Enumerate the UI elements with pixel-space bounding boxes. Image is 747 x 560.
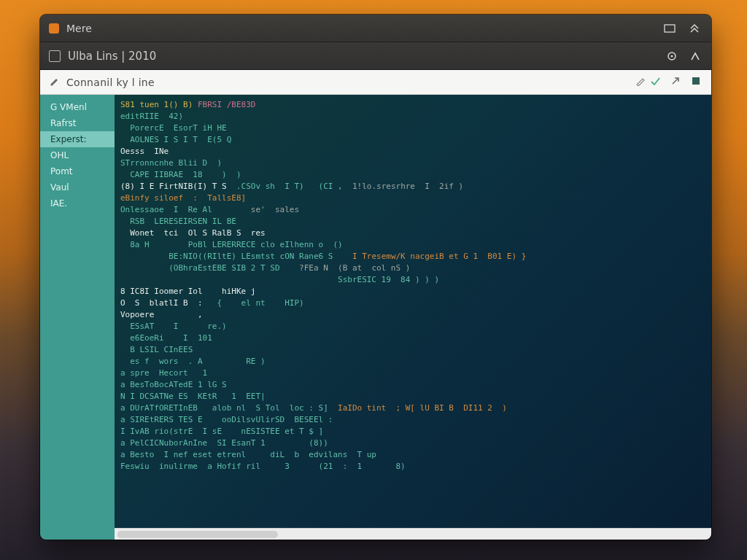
content-split: G VMenlRafrstExperst:OHLPomtVaulIAE. S81… xyxy=(40,95,711,540)
code-line: N I DCSATNe ES KEtR 1 EET| xyxy=(120,391,705,402)
square-icon[interactable] xyxy=(689,76,703,88)
code-line: 8 IC8I Ioomer Iol hiHKe j xyxy=(120,286,705,298)
code-line: (8) I E FirtNIB(I) T S .CSOv sh I T) (CI… xyxy=(120,181,705,192)
code-line: STrronncnhe Blii D ) xyxy=(120,158,705,169)
code-line: eBinfy siloef : TallsE8] xyxy=(120,192,705,204)
subheader: Ulba Lins | 2010 xyxy=(40,42,711,70)
code-line: 8a H PoBl LERERRECE clo eIlhenn o () xyxy=(120,239,705,251)
edit-icon[interactable] xyxy=(632,76,649,88)
code-line: SsbrESIC 19 84 ) ) ) xyxy=(120,274,705,286)
code-line: (OBhraEstEBE SIB 2 T SD ?FEa N (B at col… xyxy=(120,262,705,274)
window-title: Mere xyxy=(66,23,92,34)
code-line: a PelCICNuborAnIne SI EsanT 1 (8)) xyxy=(120,438,705,449)
code-line: BE:NIO((RIltE) LEsmtst cON Rane6 S I Tre… xyxy=(120,251,705,262)
sidebar-item[interactable]: Pomt xyxy=(40,163,115,179)
code-line: a BesToBocATedE 1 lG S xyxy=(120,379,705,391)
code-line: AOLNES I S I T E(5 Q xyxy=(120,134,705,146)
code-line: Oesss INe xyxy=(120,146,705,158)
code-line: B LSIL CInEES xyxy=(120,344,705,356)
refresh-icon[interactable] xyxy=(665,49,679,63)
window-minimize-icon[interactable] xyxy=(662,23,678,34)
command-bar xyxy=(40,70,711,95)
code-line: a SIREtRERS TES E ooDilsvUlirSD BESEEl : xyxy=(120,414,705,426)
code-line: Onlessaoe I Re Al se' sales xyxy=(120,204,705,216)
window-maximize-icon[interactable] xyxy=(686,23,703,34)
code-line: a Besto I nef eset etrenl diL b edvilans… xyxy=(120,449,705,461)
code-line: CAPE IIBRAE 18 ) ) xyxy=(120,169,705,181)
code-line: es f wors . A RE ) xyxy=(120,356,705,368)
svg-rect-3 xyxy=(692,77,700,85)
arrow-up-right-icon[interactable] xyxy=(669,76,682,88)
svg-rect-0 xyxy=(665,25,675,32)
sidebar-item[interactable]: Rafrst xyxy=(40,115,115,131)
app-icon xyxy=(49,23,59,34)
document-title: Ulba Lins | 2010 xyxy=(68,50,156,63)
svg-point-2 xyxy=(671,55,673,57)
document-icon xyxy=(49,50,61,62)
code-line: Vopoere , xyxy=(120,309,705,321)
code-line: O S blatlI B : { el nt HIP) xyxy=(120,298,705,309)
share-icon[interactable] xyxy=(688,49,703,63)
sidebar-item[interactable]: OHL xyxy=(40,147,115,163)
code-line: PorercE EsorT iH HE xyxy=(120,122,705,134)
sidebar: G VMenlRafrstExperst:OHLPomtVaulIAE. xyxy=(40,95,115,540)
sidebar-item[interactable]: G VMenl xyxy=(40,99,115,115)
app-window: Mere Ulba Lins | 2010 xyxy=(40,15,711,540)
titlebar: Mere xyxy=(40,15,711,42)
sidebar-item[interactable]: Vaul xyxy=(40,179,115,195)
code-line: Feswiu inulirme a Hofif ril 3 (21 : 1 8) xyxy=(120,461,705,472)
pencil-icon xyxy=(49,76,59,88)
code-line: Wonet tci Ol S RalB S res xyxy=(120,228,705,239)
code-line: RSB LERESEIRSEN IL BE xyxy=(120,216,705,228)
code-line: editRIIE 42) xyxy=(120,111,705,122)
code-line: e6EoeRi I 101 xyxy=(120,332,705,344)
code-line: S81 tuen 1() B) FBRSI /BE83D xyxy=(120,99,705,111)
code-line: ESsAT I re.) xyxy=(120,321,705,332)
code-line: a DUrATfORETInEB alob nl S Tol loc : S] … xyxy=(120,402,705,414)
command-input[interactable] xyxy=(66,77,632,88)
code-editor[interactable]: S81 tuen 1() B) FBRSI /BE83DeditRIIE 42)… xyxy=(115,95,711,540)
code-line: I IvAB rio(strE I sE nESISTEE et T $ ] xyxy=(120,426,705,438)
check-icon[interactable] xyxy=(649,76,662,88)
sidebar-item[interactable]: IAE. xyxy=(40,195,115,211)
sidebar-item[interactable]: Experst: xyxy=(40,131,115,147)
code-line: a spre Hecort 1 xyxy=(120,368,705,379)
horizontal-scrollbar[interactable] xyxy=(115,528,711,540)
